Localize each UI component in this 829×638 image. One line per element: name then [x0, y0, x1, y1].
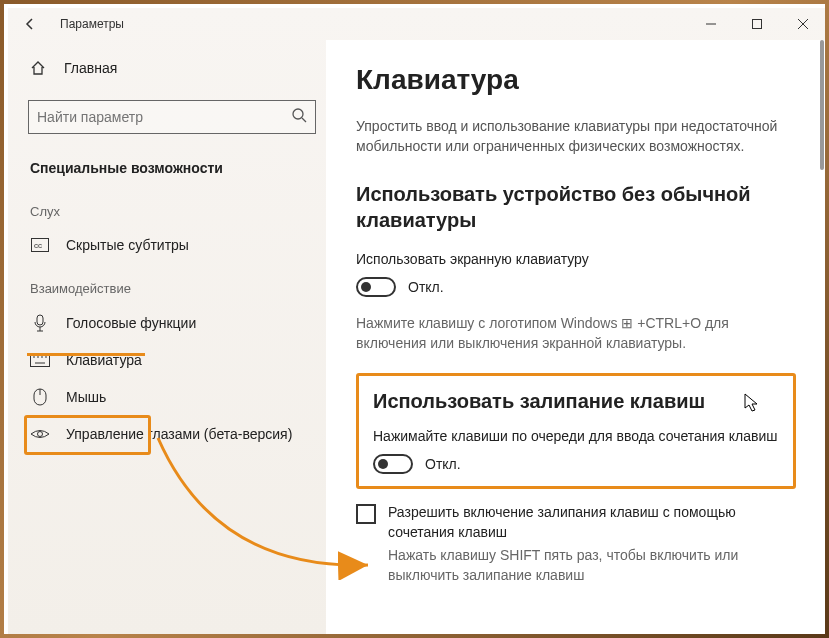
osk-state: Откл. — [408, 279, 444, 295]
svg-text:cc: cc — [34, 241, 42, 250]
sidebar-item-subtitles[interactable]: cc Скрытые субтитры — [18, 227, 326, 263]
titlebar: Параметры — [8, 8, 826, 40]
sticky-heading: Использовать залипание клавиш — [373, 388, 779, 414]
sticky-shortcut-checkbox[interactable] — [356, 504, 376, 524]
sticky-shortcut-hint: Нажать клавишу SHIFT пять раз, чтобы вкл… — [388, 546, 796, 585]
svg-line-5 — [302, 118, 306, 122]
highlight-underline — [27, 353, 145, 356]
main-panel: Клавиатура Упростить ввод и использовани… — [326, 40, 826, 636]
osk-toggle[interactable] — [356, 277, 396, 297]
scrollbar[interactable] — [814, 40, 826, 636]
osk-hint: Нажмите клавишу с логотипом Windows ⊞ +C… — [356, 313, 796, 354]
mic-icon — [30, 314, 50, 332]
svg-rect-1 — [753, 20, 762, 29]
page-description: Упростить ввод и использование клавиатур… — [356, 116, 796, 157]
group-interaction: Взаимодействие — [18, 263, 326, 304]
sidebar-item-speech[interactable]: Голосовые функции — [18, 304, 326, 342]
group-hearing: Слух — [18, 186, 326, 227]
osk-label: Использовать экранную клавиатуру — [356, 251, 796, 267]
sticky-shortcut-label: Разрешить включение залипания клавиш с п… — [388, 503, 796, 542]
back-button[interactable] — [8, 8, 52, 40]
page-title: Клавиатура — [356, 64, 796, 96]
sticky-toggle[interactable] — [373, 454, 413, 474]
search-icon — [291, 107, 307, 127]
search-field[interactable] — [37, 109, 291, 125]
svg-point-4 — [293, 109, 303, 119]
maximize-button[interactable] — [734, 8, 780, 40]
sidebar-item-mouse[interactable]: Мышь — [18, 378, 326, 416]
eye-icon — [30, 427, 50, 441]
cc-icon: cc — [30, 238, 50, 252]
sticky-keys-section: Использовать залипание клавиш Нажимайте … — [356, 373, 796, 489]
sticky-state: Откл. — [425, 456, 461, 472]
svg-point-17 — [38, 432, 43, 437]
search-input[interactable] — [28, 100, 316, 134]
sidebar-item-keyboard[interactable]: Клавиатура — [18, 342, 326, 378]
home-link[interactable]: Главная — [18, 52, 326, 84]
home-icon — [28, 60, 48, 76]
sticky-label: Нажимайте клавиши по очереди для ввода с… — [373, 428, 779, 444]
section-header: Специальные возможности — [18, 154, 326, 186]
osk-heading: Использовать устройство без обычной клав… — [356, 181, 796, 233]
svg-rect-8 — [37, 315, 43, 325]
sidebar: Главная Специальные возможности Слух cc … — [8, 40, 326, 636]
window-title: Параметры — [60, 17, 124, 31]
sidebar-item-eye-control[interactable]: Управление глазами (бета-версия) — [18, 416, 326, 452]
mouse-icon — [30, 388, 50, 406]
close-button[interactable] — [780, 8, 826, 40]
minimize-button[interactable] — [688, 8, 734, 40]
